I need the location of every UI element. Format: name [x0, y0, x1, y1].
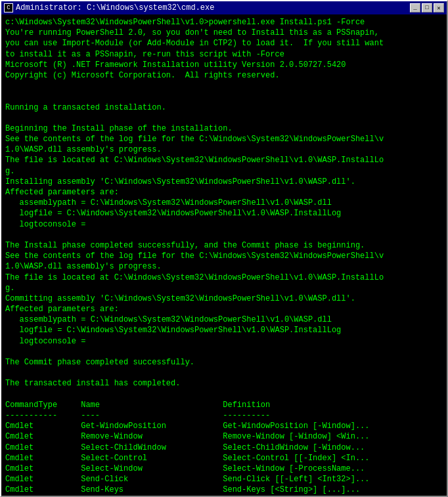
title-bar-left: C Administrator: C:\Windows\system32\cmd… [4, 3, 214, 12]
terminal[interactable]: c:\Windows\System32\WindowsPowerShell\v1… [1, 14, 447, 496]
terminal-wrapper: c:\Windows\System32\WindowsPowerShell\v1… [1, 14, 447, 496]
terminal-content: c:\Windows\System32\WindowsPowerShell\v1… [5, 17, 443, 496]
title-bar: C Administrator: C:\Windows\system32\cmd… [1, 1, 447, 14]
close-button[interactable]: ✕ [434, 3, 444, 12]
minimize-button[interactable]: _ [410, 3, 420, 12]
maximize-button[interactable]: □ [422, 3, 432, 12]
title-bar-buttons: _ □ ✕ [410, 3, 444, 12]
window-title: Administrator: C:\Windows\system32\cmd.e… [16, 3, 214, 12]
window: C Administrator: C:\Windows\system32\cmd… [0, 0, 448, 497]
cmd-icon: C [4, 3, 13, 12]
